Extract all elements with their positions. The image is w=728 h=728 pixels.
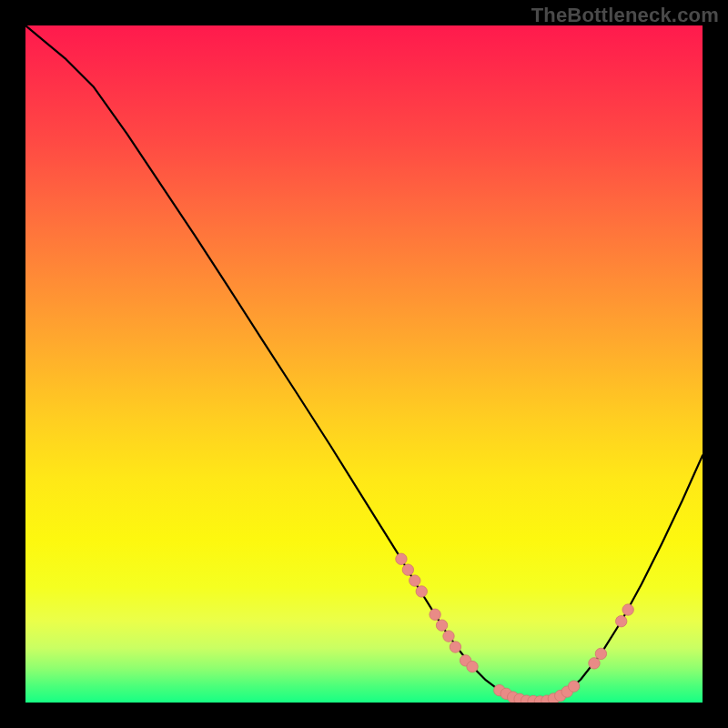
data-marker xyxy=(568,681,579,692)
chart-svg xyxy=(25,25,703,703)
data-marker xyxy=(436,620,447,631)
data-markers xyxy=(396,553,634,703)
data-marker xyxy=(467,661,478,672)
data-marker xyxy=(622,604,633,615)
data-marker xyxy=(450,642,460,652)
data-marker xyxy=(589,658,600,669)
data-marker xyxy=(595,648,606,659)
chart-area xyxy=(25,25,703,703)
watermark-text: TheBottleneck.com xyxy=(531,4,719,27)
bottleneck-curve xyxy=(25,25,703,702)
data-marker xyxy=(430,609,440,620)
data-marker xyxy=(402,564,413,575)
data-marker xyxy=(616,616,627,627)
data-marker xyxy=(443,631,454,642)
data-marker xyxy=(416,586,427,597)
data-marker xyxy=(410,575,420,586)
data-marker xyxy=(396,553,407,564)
